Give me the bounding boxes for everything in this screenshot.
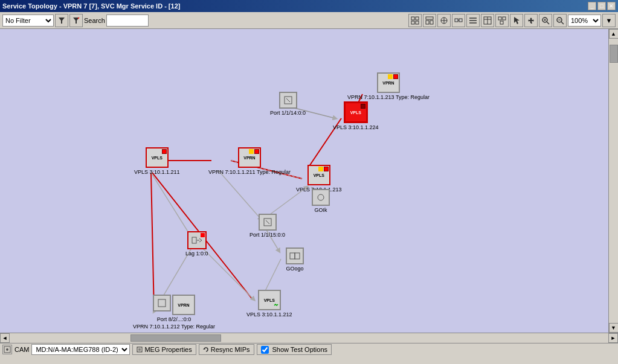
node-port-1-1-14[interactable]: Port 1/1/14:0:0 xyxy=(270,92,306,116)
node-label-port-1-1-14: Port 1/1/14:0:0 xyxy=(270,110,306,116)
scroll-left-button[interactable]: ◄ xyxy=(0,333,10,343)
zoom-dropdown-button[interactable]: ▼ xyxy=(602,14,616,27)
meg-properties-button[interactable]: MEG Properties xyxy=(132,344,196,355)
show-test-options-checkbox[interactable] xyxy=(261,346,269,354)
node-box-port-1-1-15 xyxy=(259,214,277,231)
stacked-nodes: VPRN xyxy=(153,295,195,315)
restore-button[interactable]: □ xyxy=(597,2,606,10)
toolbar: No Filter Search xyxy=(0,12,618,29)
svg-rect-5 xyxy=(411,21,414,24)
svg-rect-8 xyxy=(426,21,429,24)
close-button[interactable]: ✕ xyxy=(607,2,616,10)
svg-point-54 xyxy=(318,194,324,200)
node-box-vpls-212: VPLS xyxy=(258,290,281,310)
node-port-1-1-15[interactable]: Port 1/1/15:0:0 xyxy=(249,214,285,238)
svg-rect-4 xyxy=(416,17,419,20)
svg-line-53 xyxy=(266,220,269,224)
scroll-right-button[interactable]: ► xyxy=(608,333,618,343)
cluster-button[interactable] xyxy=(495,14,509,27)
status-indicator xyxy=(162,149,167,154)
node-vprn-top[interactable]: VPRN VPRN 7:10.1.1.213 Type: Regular xyxy=(347,72,430,100)
pan-button[interactable] xyxy=(524,14,538,27)
node-vpls-211[interactable]: VPLS VPLS 3:10.1.1.211 xyxy=(134,147,180,175)
svg-rect-23 xyxy=(503,17,506,20)
list-view-button[interactable] xyxy=(466,14,480,27)
scrollbar-h-thumb[interactable] xyxy=(130,334,221,342)
resync-mips-button[interactable]: Resync MIPs xyxy=(199,344,254,355)
node-label-vpls-224: VPLS 3:10.1.1.224 xyxy=(333,124,379,130)
svg-rect-55 xyxy=(192,237,196,243)
main-area: VPRN VPRN 7:10.1.1.213 Type: Regular VPL… xyxy=(0,29,618,333)
resync-icon xyxy=(203,346,209,353)
resync-mips-label: Resync MIPs xyxy=(211,346,250,353)
svg-rect-9 xyxy=(430,21,433,24)
svg-line-57 xyxy=(199,238,202,240)
svg-line-47 xyxy=(219,171,261,219)
search-label: Search xyxy=(84,17,105,24)
grid-view-button[interactable] xyxy=(408,14,422,27)
node-box-vprn-211: VPRN xyxy=(238,147,261,168)
meg-properties-label: MEG Properties xyxy=(144,346,192,353)
node-box-goik-actual xyxy=(312,189,330,206)
zoom-out-button[interactable] xyxy=(553,14,567,27)
scroll-up-button[interactable]: ▲ xyxy=(609,29,619,39)
node-label-vprn-212: VPRN 7:10.1.1.212 Type: Regular xyxy=(133,324,215,330)
scrollbar-h-track xyxy=(10,333,608,343)
svg-rect-3 xyxy=(411,17,414,20)
show-test-options-button[interactable]: Show Test Options xyxy=(257,344,332,355)
node-vpls-212[interactable]: VPLS VPLS 3:10.1.1.212 xyxy=(246,290,292,318)
scrollbar-thumb[interactable] xyxy=(610,45,618,63)
zoom-select[interactable]: 100% xyxy=(568,14,601,27)
layout-button[interactable] xyxy=(423,14,436,27)
zoom-in-button[interactable] xyxy=(539,14,552,27)
status-indicator-red xyxy=(393,74,398,79)
svg-rect-62 xyxy=(137,347,142,352)
status-indicator xyxy=(254,149,259,154)
window-title: Service Topology - VPRN 7 [7], SVC Mgr S… xyxy=(2,2,180,10)
svg-rect-6 xyxy=(416,21,419,24)
node-vprn-211[interactable]: VPRN VPRN 7:10.1.1.211 Type: Regular xyxy=(208,147,291,175)
filter-clear-button[interactable] xyxy=(69,14,83,27)
svg-rect-22 xyxy=(498,17,501,20)
svg-rect-13 xyxy=(455,19,458,22)
topology-button[interactable] xyxy=(437,14,451,27)
md-select[interactable]: MD:N/A-MA:MEG788 (ID-2) xyxy=(31,344,130,355)
vertical-scrollbar: ▲ ▼ xyxy=(608,29,618,333)
title-bar: Service Topology - VPRN 7 [7], SVC Mgr S… xyxy=(0,0,618,12)
status-indicator xyxy=(324,167,329,171)
topology-canvas[interactable]: VPRN VPRN 7:10.1.1.213 Type: Regular VPL… xyxy=(0,29,608,333)
minimize-button[interactable]: _ xyxy=(588,2,596,10)
svg-marker-0 xyxy=(59,18,65,24)
node-box-port-1-1-14 xyxy=(279,92,297,109)
node-goik-actual[interactable]: GOIk xyxy=(312,189,330,213)
node-label-lag: Lag 1:0:0 xyxy=(185,251,208,257)
svg-line-49 xyxy=(286,98,290,102)
node-box-goik xyxy=(286,247,304,264)
node-goik[interactable]: GOogo xyxy=(286,247,304,272)
node-box-vpls-211: VPLS xyxy=(146,147,169,168)
svg-line-46 xyxy=(151,173,193,240)
filter-icon[interactable] xyxy=(55,14,68,27)
table-button[interactable] xyxy=(481,14,494,27)
select-button[interactable] xyxy=(510,14,523,27)
cam-label: CAM xyxy=(14,346,29,353)
filter-select[interactable]: No Filter xyxy=(2,14,54,27)
expand-button[interactable] xyxy=(452,14,465,27)
svg-rect-14 xyxy=(459,19,462,22)
search-input[interactable] xyxy=(106,14,149,27)
node-lag-1[interactable]: Lag 1:0:0 xyxy=(185,231,208,257)
node-box-vpls-213: VPLS xyxy=(307,165,330,185)
node-label-goik-actual: GOIk xyxy=(314,207,327,213)
node-port-8-2-vprn-212[interactable]: VPRN Port 8/2/...:0:0 VPRN 7:10.1.1.212 … xyxy=(133,295,215,330)
node-label-port-vprn-212-top: Port 8/2/...:0:0 xyxy=(157,316,192,322)
node-label-vprn-211: VPRN 7:10.1.1.211 Type: Regular xyxy=(208,169,291,175)
svg-marker-65 xyxy=(203,348,205,350)
cam-icon xyxy=(2,345,12,354)
node-label-port-1-1-15: Port 1/1/15:0:0 xyxy=(249,232,285,238)
svg-line-30 xyxy=(561,22,564,24)
node-vpls-224[interactable]: VPLS VPLS 3:10.1.1.224 xyxy=(333,101,379,130)
svg-rect-51 xyxy=(295,253,300,259)
scroll-down-button[interactable]: ▼ xyxy=(609,323,619,333)
status-bar: CAM MD:N/A-MA:MEG788 (ID-2) MEG Properti… xyxy=(0,342,618,356)
node-label-vprn-top: VPRN 7:10.1.1.213 Type: Regular xyxy=(347,94,430,100)
